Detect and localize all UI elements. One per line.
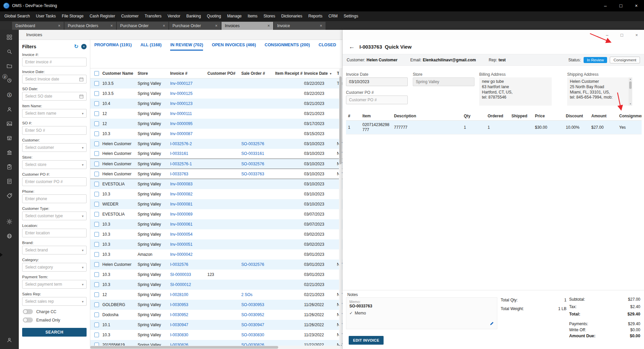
folder-icon[interactable] xyxy=(0,59,19,73)
row-checkbox[interactable] xyxy=(94,212,99,217)
table-row[interactable]: Helen CustomerSpring ValleyI-0032576-1SO… xyxy=(90,159,342,169)
table-row[interactable]: EVESTOLIASpring ValleyInv-000006903/07/2… xyxy=(90,209,342,219)
column-header-invoice[interactable]: Invoice # xyxy=(169,68,206,78)
sale-order-link[interactable]: SO-0033161 xyxy=(241,151,264,156)
window-close-button[interactable]: × xyxy=(629,0,644,11)
invoice-link[interactable]: Inv-0000061 xyxy=(170,222,193,227)
filter-so-input[interactable]: Enter SO # xyxy=(22,126,87,135)
memo-checkbox[interactable]: ✓ Memo xyxy=(349,311,494,315)
sale-order-link[interactable]: SO-0030953 xyxy=(241,302,264,307)
table-row[interactable]: 10.3Spring ValleyInv-000005103/02/2023 xyxy=(90,239,342,249)
invoice-link[interactable]: I-0028100 xyxy=(170,292,188,297)
filter-brand-input[interactable]: Select brand▾ xyxy=(22,246,87,254)
tab-close-icon[interactable]: × xyxy=(160,23,165,28)
table-row[interactable]: 10.4Spring ValleyInv-000012303/21/2023 xyxy=(90,99,342,109)
table-row[interactable]: EVESTOLIASpring ValleyInv-000008303/10/2… xyxy=(90,179,342,189)
clear-filters-button[interactable]: × xyxy=(81,44,87,49)
column-header-item-receipt[interactable]: Item Receipt # xyxy=(274,68,303,78)
table-row[interactable]: GOLDBERGSpring ValleyI-0030953SO-0030953… xyxy=(90,300,342,310)
invoice-link[interactable]: Inv-0000082 xyxy=(170,192,193,196)
sale-order-link[interactable]: SO-0030830 xyxy=(241,333,264,337)
table-row[interactable]: 10.3.5Spring ValleyInv-000012503/22/2023 xyxy=(90,89,342,99)
column-header-sale-order[interactable]: Sale Order # xyxy=(240,68,274,78)
invoice-link[interactable]: I-0030830 xyxy=(170,333,188,337)
table-row[interactable]: 10.3Spring ValleyInv-000005403/02/2023 xyxy=(90,229,342,239)
row-checkbox[interactable] xyxy=(94,312,99,317)
menu-item-user-tasks[interactable]: User Tasks xyxy=(33,11,59,21)
row-checkbox[interactable] xyxy=(94,81,99,86)
orders-icon[interactable]: 2 xyxy=(0,73,19,88)
toggle-charge-cc[interactable] xyxy=(23,309,33,314)
row-checkbox[interactable] xyxy=(94,182,99,186)
filter-so-date-input[interactable]: Select SO date xyxy=(22,92,87,101)
table-row[interactable]: 10.3Spring ValleyInv-000006103/07/2023 xyxy=(90,219,342,229)
list-horizontal-scrollbar[interactable] xyxy=(90,346,342,349)
row-checkbox[interactable] xyxy=(94,192,99,196)
invoice-link[interactable]: I-0032576-1 xyxy=(170,162,192,166)
table-row[interactable]: WIEDERSpring ValleyInv-000008103/10/2023 xyxy=(90,199,342,209)
select-all-checkbox[interactable] xyxy=(94,71,99,76)
search-button[interactable]: SEARCH xyxy=(22,328,87,337)
invoice-link[interactable]: Inv-0000051 xyxy=(170,242,193,247)
tab-purchase-order[interactable]: Purchase Order× xyxy=(169,22,221,30)
invoice-link[interactable]: Inv-0000042 xyxy=(170,252,193,257)
row-checkbox[interactable] xyxy=(94,323,99,327)
invoice-link[interactable]: Inv-0000081 xyxy=(170,202,193,207)
table-row[interactable]: 10.3.5Spring ValleyInv-000012703/22/2023… xyxy=(90,78,342,89)
row-checkbox[interactable] xyxy=(94,101,99,106)
invoice-link[interactable]: Inv-0000125 xyxy=(170,91,193,96)
filter-category-input[interactable]: Select category▾ xyxy=(22,263,87,272)
memo-box[interactable]: Memo: SO-0033763 ✓ Memo xyxy=(346,297,497,329)
tasks-icon[interactable] xyxy=(0,160,19,174)
scroll-up-icon[interactable]: ▲ xyxy=(630,77,632,81)
sale-order-link[interactable]: SO-0030947 xyxy=(241,323,264,327)
invoice-link[interactable]: Inv-0000087 xyxy=(170,131,193,136)
filter-customer-po-input[interactable]: Enter customer PO # xyxy=(22,177,87,186)
menu-item-cash-register[interactable]: Cash Register xyxy=(87,11,118,21)
dashboard-icon[interactable] xyxy=(0,30,19,44)
table-row[interactable]: 10.3AmazonInv-000004203/01/2023 xyxy=(90,249,342,259)
quickview-minimize-button[interactable]: – xyxy=(600,30,614,40)
menu-item-stores[interactable]: Stores xyxy=(260,11,278,21)
web-icon[interactable] xyxy=(0,229,19,243)
tab-close-icon[interactable]: × xyxy=(108,23,113,28)
column-header-store[interactable]: Store xyxy=(136,68,169,78)
row-checkbox[interactable] xyxy=(94,242,99,247)
invoice-link[interactable]: Inv-0000123 xyxy=(170,101,193,106)
list-tab-in-review-702[interactable]: IN REVIEW (702) xyxy=(170,43,203,51)
filter-store-input[interactable]: Select store▾ xyxy=(22,160,87,169)
list-tab-open-invoices-466[interactable]: OPEN INVOICES (466) xyxy=(212,43,256,51)
tab-purchase-orders[interactable]: Purchase Orders× xyxy=(64,22,116,30)
sale-order-link[interactable]: SO-0030952 xyxy=(241,312,264,317)
tab-close-icon[interactable]: × xyxy=(317,23,322,28)
column-header-customer-name[interactable]: Customer Name xyxy=(101,68,136,78)
row-checkbox[interactable] xyxy=(94,121,99,126)
invoice-link[interactable]: I-0033763 xyxy=(170,172,188,176)
row-checkbox[interactable] xyxy=(94,91,99,96)
row-checkbox[interactable] xyxy=(94,282,99,287)
filter-customer-input[interactable]: Select customer▾ xyxy=(22,143,87,152)
tab-close-icon[interactable]: × xyxy=(212,23,217,28)
tab-close-icon[interactable]: × xyxy=(265,23,270,28)
table-row[interactable]: 10.3Spring ValleyInv-000008703/15/2023 xyxy=(90,129,342,139)
list-tab-consignments-200[interactable]: CONSIGNMENTS (200) xyxy=(265,43,310,51)
menu-item-global-search[interactable]: Global Search xyxy=(1,11,33,21)
gallery-icon[interactable] xyxy=(0,116,19,131)
filter-sales-rep-input[interactable]: Select sales rep▾ xyxy=(22,297,87,306)
filter-customer-type-input[interactable]: Select customer type▾ xyxy=(22,212,87,220)
filter-item-name-input[interactable]: Select item name▾ xyxy=(22,109,87,118)
scrollbar-thumb[interactable] xyxy=(90,346,278,349)
customers-icon[interactable] xyxy=(0,102,19,116)
scrollbar-thumb[interactable] xyxy=(629,81,632,89)
invoice-link[interactable]: I-0032576-2 xyxy=(170,141,192,146)
invoice-link[interactable]: Inv-0000054 xyxy=(170,232,193,237)
invoice-link[interactable]: SI-0000033 xyxy=(170,272,191,277)
tab-invoice[interactable]: Invoice× xyxy=(274,22,326,30)
filter-invoice-input[interactable]: Enter invoice # xyxy=(22,58,87,66)
invoice-link[interactable]: Inv-0000069 xyxy=(170,212,193,217)
row-checkbox[interactable] xyxy=(94,162,99,166)
sale-order-link[interactable]: SO-0032576 xyxy=(241,162,264,166)
reports-icon[interactable] xyxy=(0,174,19,188)
row-checkbox[interactable] xyxy=(94,333,99,337)
invoice-link[interactable]: SI-0000012 xyxy=(170,282,191,287)
